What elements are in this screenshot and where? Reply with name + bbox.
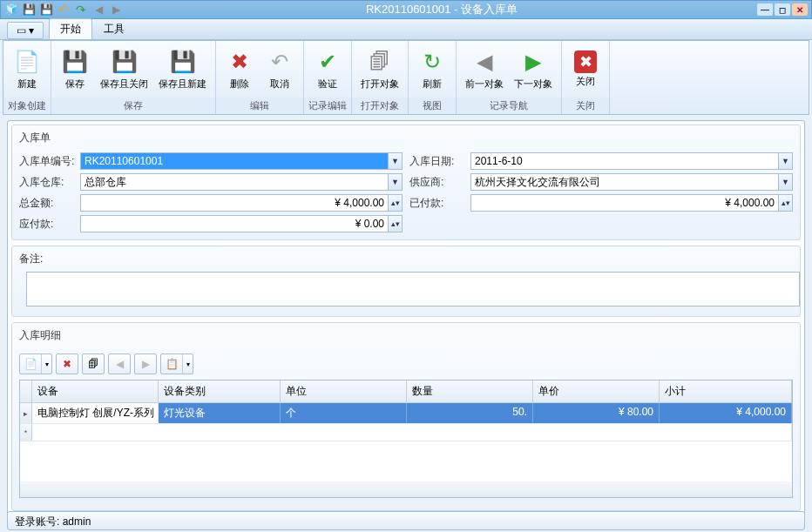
cell-unit[interactable]: 个 xyxy=(281,403,407,423)
col-unit[interactable]: 单位 xyxy=(281,380,407,402)
save-close-icon: 💾 xyxy=(111,48,139,76)
save-close-button[interactable]: 💾保存且关闭 xyxy=(95,44,153,94)
new-row-indicator: * xyxy=(20,424,32,441)
delete-icon: ✖ xyxy=(226,48,254,76)
col-category[interactable]: 设备类别 xyxy=(159,380,281,402)
maximize-button[interactable]: ◻ xyxy=(775,3,790,16)
cancel-button[interactable]: ↶取消 xyxy=(260,44,300,94)
label-total: 总金额: xyxy=(19,196,80,211)
cell-qty[interactable]: 50. xyxy=(407,403,533,423)
col-subtotal[interactable]: 小计 xyxy=(660,380,792,402)
label-supplier: 供应商: xyxy=(409,175,470,190)
refresh-icon: ↻ xyxy=(418,48,446,76)
section-detail-title: 入库明细 xyxy=(12,325,800,348)
qat-prev-icon[interactable]: ◀ xyxy=(91,3,105,17)
close-button[interactable]: ✖关闭 xyxy=(565,47,606,91)
prev-button[interactable]: ◀前一对象 xyxy=(460,44,509,94)
grid-new-dropdown[interactable]: ▾ xyxy=(41,354,51,374)
docno-dropdown-button[interactable]: ▼ xyxy=(389,152,403,170)
grid-toolbar: 📄▾ ✖ 🗐 ◀ ▶ 📋▾ xyxy=(12,348,800,380)
window-title: RK20110601001 - 设备入库单 xyxy=(126,2,757,17)
label-paid: 已付款: xyxy=(409,196,470,211)
detail-grid: 设备 设备类别 单位 数量 单价 小计 ▸ 电脑控制灯 创展/YZ-系列 灯光设… xyxy=(19,380,793,498)
cell-category[interactable]: 灯光设备 xyxy=(159,403,281,423)
label-date: 入库日期: xyxy=(409,154,470,169)
qat-next-icon[interactable]: ▶ xyxy=(109,3,123,17)
app-icon: 🧊 xyxy=(4,3,18,17)
section-main: 入库单 入库单编号: RK20110601001 ▼ 入库日期: 2011-6-… xyxy=(11,125,801,240)
statusbar: 登录账号: admin xyxy=(7,511,805,530)
input-due[interactable]: ¥ 0.00 xyxy=(80,215,389,232)
input-docno[interactable]: RK20110601001 xyxy=(80,152,389,170)
group-open: 打开对象 xyxy=(352,98,408,114)
new-icon: 📄 xyxy=(13,48,41,76)
date-dropdown-button[interactable]: ▼ xyxy=(779,152,793,170)
tab-tools[interactable]: 工具 xyxy=(92,18,136,39)
group-create: 对象创建 xyxy=(3,98,51,114)
grid-open-button[interactable]: 🗐 xyxy=(83,354,104,374)
total-spinner-button[interactable]: ▴▾ xyxy=(389,194,403,212)
remark-textarea[interactable] xyxy=(26,272,800,306)
due-spinner-button[interactable]: ▴▾ xyxy=(389,215,403,232)
grid-next-button[interactable]: ▶ xyxy=(135,354,156,374)
prev-icon: ◀ xyxy=(470,48,498,76)
cell-device[interactable]: 电脑控制灯 创展/YZ-系列 xyxy=(32,403,159,423)
window-close-button[interactable]: ✕ xyxy=(792,3,808,16)
next-icon: ▶ xyxy=(519,48,547,76)
section-remark: 备注: xyxy=(11,246,801,317)
save-icon: 💾 xyxy=(61,48,89,76)
group-nav: 记录导航 xyxy=(457,98,561,114)
new-row[interactable]: * xyxy=(20,424,792,441)
cell-price[interactable]: ¥ 80.00 xyxy=(533,403,660,423)
validate-button[interactable]: ✔验证 xyxy=(308,44,348,94)
grid-body[interactable]: ▸ 电脑控制灯 创展/YZ-系列 灯光设备 个 50. ¥ 80.00 ¥ 4,… xyxy=(20,403,792,481)
delete-button[interactable]: ✖删除 xyxy=(220,44,260,94)
qat-undo-icon[interactable]: ↶ xyxy=(57,3,71,17)
group-edit: 编辑 xyxy=(216,98,303,114)
qat-saveclose-icon[interactable]: 💾 xyxy=(39,3,53,17)
qat-save-icon[interactable]: 💾 xyxy=(22,3,36,17)
input-supplier[interactable]: 杭州天择文化交流有限公司 xyxy=(470,173,779,191)
col-qty[interactable]: 数量 xyxy=(407,380,533,402)
grid-prev-button[interactable]: ◀ xyxy=(109,354,130,374)
grid-export-button[interactable]: 📋 xyxy=(161,354,182,374)
cancel-icon: ↶ xyxy=(266,48,294,76)
warehouse-dropdown-button[interactable]: ▼ xyxy=(389,173,403,191)
minimize-button[interactable]: — xyxy=(757,3,773,16)
section-main-title: 入库单 xyxy=(12,127,800,151)
new-button[interactable]: 📄新建 xyxy=(7,44,47,94)
view-dropdown[interactable]: ▭ ▾ xyxy=(7,22,44,39)
grid-delete-button[interactable]: ✖ xyxy=(57,354,78,374)
input-total[interactable]: ¥ 4,000.00 xyxy=(80,194,389,212)
open-object-button[interactable]: 🗐打开对象 xyxy=(355,44,404,94)
col-device[interactable]: 设备 xyxy=(32,380,159,402)
input-paid[interactable]: ¥ 4,000.00 xyxy=(470,194,779,212)
section-remark-title: 备注: xyxy=(12,248,800,272)
titlebar: 🧊 💾 💾 ↶ ↷ ◀ ▶ RK20110601001 - 设备入库单 — ◻ … xyxy=(0,0,812,19)
group-close: 关闭 xyxy=(562,98,609,114)
ribbon: 📄新建 对象创建 💾保存 💾保存且关闭 💾保存且新建 保存 ✖删除 ↶取消 编辑… xyxy=(3,40,809,115)
table-row[interactable]: ▸ 电脑控制灯 创展/YZ-系列 灯光设备 个 50. ¥ 80.00 ¥ 4,… xyxy=(20,403,792,424)
input-warehouse[interactable]: 总部仓库 xyxy=(80,173,389,191)
grid-footer xyxy=(20,481,792,497)
label-due: 应付款: xyxy=(19,217,80,232)
grid-export-dropdown[interactable]: ▾ xyxy=(182,354,193,374)
group-recedit: 记录编辑 xyxy=(304,98,351,114)
supplier-dropdown-button[interactable]: ▼ xyxy=(779,173,793,191)
cell-subtotal[interactable]: ¥ 4,000.00 xyxy=(660,403,792,423)
col-price[interactable]: 单价 xyxy=(533,380,660,402)
qat-redo-icon[interactable]: ↷ xyxy=(74,3,88,17)
save-new-button[interactable]: 💾保存且新建 xyxy=(153,44,212,94)
refresh-button[interactable]: ↻刷新 xyxy=(412,44,452,94)
input-date[interactable]: 2011-6-10 xyxy=(470,152,779,170)
tab-start[interactable]: 开始 xyxy=(49,18,92,39)
section-detail: 入库明细 📄▾ ✖ 🗐 ◀ ▶ 📋▾ 设备 设备类别 单位 数量 单价 小计 ▸ xyxy=(11,322,801,511)
form-panel: 入库单 入库单编号: RK20110601001 ▼ 入库日期: 2011-6-… xyxy=(7,120,805,515)
open-icon: 🗐 xyxy=(366,48,394,76)
paid-spinner-button[interactable]: ▴▾ xyxy=(779,194,793,212)
grid-new-button[interactable]: 📄 xyxy=(20,354,41,374)
ribbon-tabs: ▭ ▾ 开始 工具 xyxy=(0,19,812,40)
next-button[interactable]: ▶下一对象 xyxy=(509,44,558,94)
grid-header: 设备 设备类别 单位 数量 单价 小计 xyxy=(20,380,792,403)
save-button[interactable]: 💾保存 xyxy=(55,44,95,94)
